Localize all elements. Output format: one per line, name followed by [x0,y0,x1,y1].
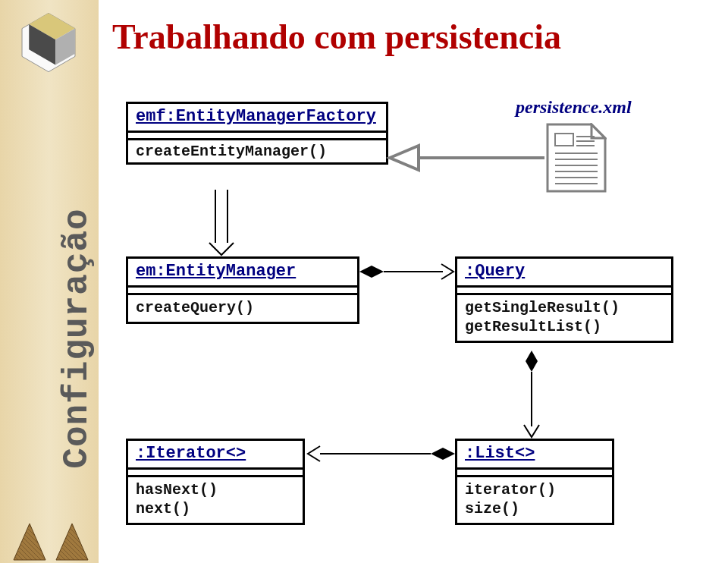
uml-entity-manager: em:EntityManager createQuery() [126,256,359,324]
uml-class-name: em:EntityManager [128,259,357,288]
uml-methods: createQuery() [128,295,357,322]
persistence-xml-label: persistence.xml [516,97,632,118]
nav-prev-icon[interactable] [11,521,49,563]
document-icon [546,123,607,193]
svg-marker-20 [390,146,419,170]
uml-list: :List<> iterator() size() [455,439,614,525]
svg-marker-6 [56,524,88,560]
uml-methods: hasNext() next() [128,477,303,523]
arrow-list-to-iterator [305,445,457,466]
uml-methods: getSingleResult() getResultList() [457,295,671,341]
page-title: Trabalhando com persistencia [112,17,561,57]
svg-marker-25 [526,351,538,372]
arrow-emf-to-em [206,190,237,258]
svg-marker-5 [14,524,46,560]
uml-class-name: :Query [457,259,671,288]
nav-triangles [11,521,91,563]
uml-class-name: :Iterator<> [128,441,303,470]
uml-class-name: emf:EntityManagerFactory [128,104,386,133]
logo-icon [14,8,83,77]
uml-class-name: :List<> [457,441,612,470]
arrow-query-to-list [520,351,543,442]
uml-methods: iterator() size() [457,477,612,523]
uml-methods: createEntityManager() [128,140,386,162]
nav-next-icon[interactable] [53,521,91,563]
arrow-doc-to-emf [388,143,548,173]
uml-query: :Query getSingleResult() getResultList() [455,256,673,343]
uml-entity-manager-factory: emf:EntityManagerFactory createEntityMan… [126,102,388,165]
svg-marker-23 [359,266,384,278]
svg-marker-27 [431,448,455,460]
sidebar-label: Configuração [58,208,97,468]
svg-marker-7 [548,124,605,191]
uml-iterator: :Iterator<> hasNext() next() [126,439,305,525]
arrow-em-to-query [359,263,458,285]
sidebar: Configuração [0,0,99,563]
